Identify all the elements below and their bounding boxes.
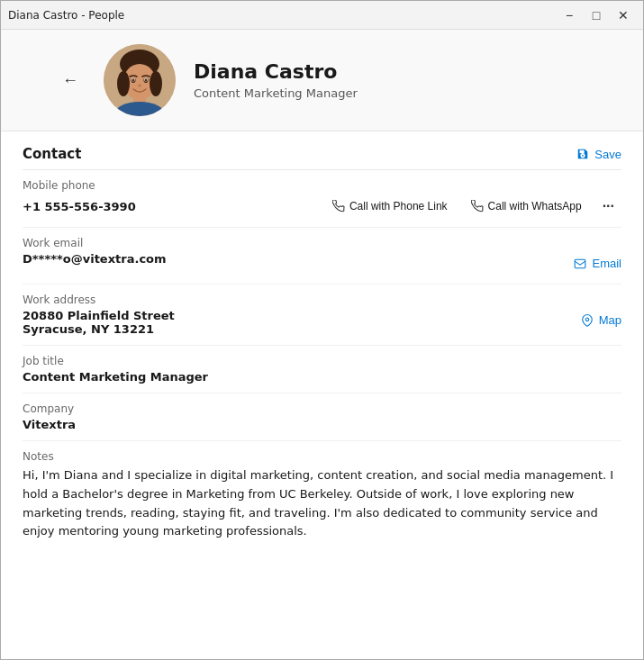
email-icon: [574, 258, 586, 270]
address-row: 20880 Plainfield Street Syracuse, NY 132…: [23, 309, 621, 336]
mobile-phone-label: Mobile phone: [23, 179, 621, 192]
work-address-field: Work address 20880 Plainfield Street Syr…: [23, 285, 621, 346]
work-email-label: Work email: [23, 237, 621, 249]
close-button[interactable]: ✕: [611, 5, 636, 25]
company-field: Company Vitextra: [23, 393, 621, 441]
job-title-value: Content Marketing Manager: [23, 370, 621, 384]
work-email-field: Work email D*****o@vitextra.com Email: [23, 228, 621, 285]
svg-point-12: [145, 78, 148, 82]
address-line2: Syracuse, NY 13221: [23, 322, 175, 336]
maximize-button[interactable]: □: [584, 5, 609, 25]
email-row: D*****o@vitextra.com Email: [23, 252, 621, 275]
save-button[interactable]: Save: [576, 148, 621, 161]
email-action-label: Email: [592, 257, 621, 270]
email-button[interactable]: Email: [574, 252, 621, 275]
app-title: Diana Castro - People: [8, 9, 124, 22]
whatsapp-icon: [471, 200, 484, 212]
call-phone-link-button[interactable]: Call with Phone Link: [322, 194, 458, 218]
more-options-button[interactable]: ···: [595, 194, 621, 218]
header-info: Diana Castro Content Marketing Manager: [194, 60, 358, 100]
save-icon: [576, 148, 589, 160]
call-whatsapp-label: Call with WhatsApp: [488, 200, 582, 212]
map-button[interactable]: Map: [581, 309, 621, 331]
title-bar-left: Diana Castro - People: [8, 9, 124, 22]
section-header: Contact Save: [23, 131, 621, 169]
mobile-phone-value: +1 555-556-3990: [23, 200, 136, 213]
title-bar: Diana Castro - People − □ ✕: [1, 1, 643, 30]
minimize-button[interactable]: −: [557, 5, 582, 25]
notes-value: Hi, I'm Diana and I specialize in digita…: [23, 466, 621, 541]
call-phone-link-label: Call with Phone Link: [349, 200, 448, 212]
work-address-label: Work address: [23, 294, 621, 306]
work-email-value: D*****o@vitextra.com: [23, 252, 167, 266]
company-value: Vitextra: [23, 418, 621, 431]
avatar: [104, 44, 176, 116]
map-icon: [581, 314, 594, 327]
svg-point-15: [585, 318, 589, 321]
map-action-label: Map: [599, 313, 621, 327]
svg-point-4: [150, 71, 162, 96]
back-icon: ←: [62, 71, 78, 90]
svg-rect-14: [576, 259, 586, 267]
section-title: Contact: [23, 146, 81, 162]
mobile-phone-field: Mobile phone +1 555-556-3990 Call with P…: [23, 170, 621, 228]
notes-field: Notes Hi, I'm Diana and I specialize in …: [23, 441, 621, 550]
content-section: Contact Save Mobile phone +1 555-556-399…: [1, 131, 643, 660]
company-label: Company: [23, 402, 621, 415]
phone-actions: Call with Phone Link Call with WhatsApp …: [322, 194, 621, 218]
address-value: 20880 Plainfield Street Syracuse, NY 132…: [23, 309, 175, 336]
contact-job-title: Content Marketing Manager: [194, 86, 358, 100]
phone-row: +1 555-556-3990 Call with Phone Link Cal…: [23, 194, 621, 218]
back-button[interactable]: ←: [55, 68, 86, 94]
job-title-field: Job title Content Marketing Manager: [23, 346, 621, 393]
notes-label: Notes: [23, 450, 621, 463]
address-line1: 20880 Plainfield Street: [23, 309, 175, 322]
call-whatsapp-button[interactable]: Call with WhatsApp: [461, 194, 592, 218]
ellipsis-icon: ···: [603, 198, 614, 213]
svg-point-11: [132, 78, 135, 82]
svg-point-13: [138, 85, 141, 87]
header-section: ←: [1, 30, 643, 131]
contact-name: Diana Castro: [194, 60, 358, 83]
svg-point-3: [117, 71, 130, 96]
title-bar-controls: − □ ✕: [557, 5, 636, 25]
phone-link-icon: [332, 200, 345, 212]
save-label: Save: [594, 148, 621, 161]
job-title-label: Job title: [23, 355, 621, 367]
